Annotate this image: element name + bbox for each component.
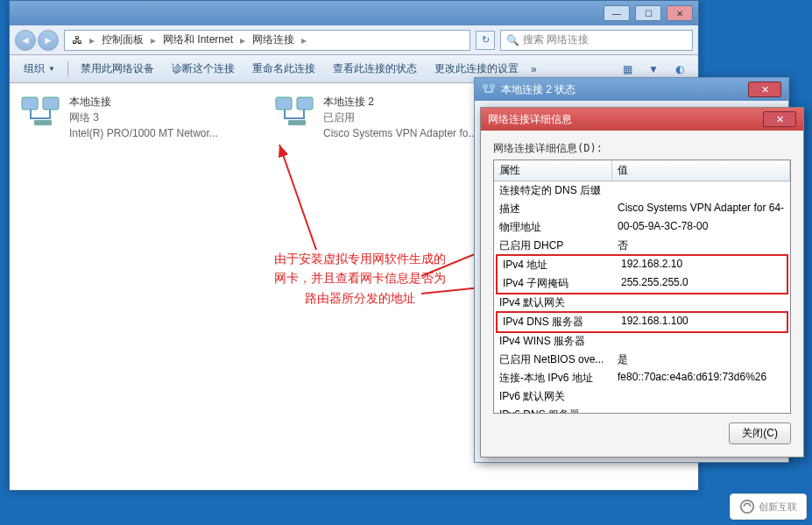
- property-value: 192.168.1.100: [616, 314, 787, 330]
- connection-item[interactable]: 本地连接 网络 3 Intel(R) PRO/1000 MT Networ...: [20, 94, 222, 141]
- diagnose-button[interactable]: 诊断这个连接: [165, 58, 242, 80]
- svg-rect-9: [483, 84, 488, 89]
- nav-forward-button[interactable]: ►: [38, 30, 59, 51]
- property-row[interactable]: IPv6 默认网关: [494, 387, 790, 406]
- property-key: 物理地址: [494, 219, 612, 236]
- property-key: 连接-本地 IPv6 地址: [494, 370, 612, 387]
- property-value: [612, 333, 790, 350]
- property-key: IPv4 地址: [498, 257, 616, 273]
- connection-details-dialog: 网络连接详细信息 ✕ 网络连接详细信息(D): 属性 值 连接特定的 DNS 后…: [480, 107, 804, 458]
- breadcrumb-item[interactable]: 网络连接: [249, 32, 298, 47]
- property-row[interactable]: 描述Cisco Systems VPN Adapter for 64-: [494, 200, 790, 218]
- svg-rect-1: [43, 97, 59, 110]
- search-icon: 🔍: [506, 34, 519, 46]
- rename-button[interactable]: 重命名此连接: [245, 58, 322, 80]
- property-row[interactable]: 已启用 DHCP否: [494, 237, 790, 255]
- property-value: 否: [612, 238, 790, 254]
- close-button[interactable]: 关闭(C): [729, 422, 791, 444]
- property-value: [612, 182, 790, 199]
- view-status-button[interactable]: 查看此连接的状态: [326, 58, 424, 80]
- disable-device-button[interactable]: 禁用此网络设备: [74, 58, 161, 80]
- property-key: IPv6 默认网关: [494, 388, 612, 405]
- property-key: 连接特定的 DNS 后缀: [494, 182, 612, 199]
- watermark-logo-icon: [739, 499, 755, 514]
- nav-back-button[interactable]: ◄: [15, 30, 36, 51]
- breadcrumb-item[interactable]: 网络和 Internet: [159, 32, 237, 47]
- view-icon[interactable]: ▦: [616, 60, 639, 79]
- breadcrumb[interactable]: 🖧 ▸ 控制面板 ▸ 网络和 Internet ▸ 网络连接 ▸: [64, 30, 470, 51]
- connection-adapter: Cisco Systems VPN Adapter fo...: [323, 125, 477, 141]
- property-value: [612, 388, 790, 405]
- property-key: IPv4 子网掩码: [498, 275, 616, 292]
- annotation-arrows: [264, 118, 491, 364]
- dialog-title: 网络连接详细信息: [488, 112, 572, 127]
- property-value: [612, 294, 790, 311]
- svg-rect-5: [288, 120, 306, 125]
- watermark-text: 创新互联: [759, 500, 797, 514]
- property-row[interactable]: IPv4 DNS 服务器192.168.1.100: [498, 313, 787, 331]
- property-row[interactable]: IPv6 DNS 服务器: [494, 406, 790, 414]
- property-key: 已启用 DHCP: [494, 238, 612, 254]
- property-row[interactable]: IPv4 WINS 服务器: [494, 332, 790, 351]
- property-row[interactable]: IPv4 子网掩码255.255.255.0: [498, 274, 787, 293]
- dialog-title: 本地连接 2 状态: [501, 82, 575, 97]
- property-row[interactable]: 连接特定的 DNS 后缀: [494, 181, 790, 200]
- dialog-close-button[interactable]: ✕: [748, 82, 781, 97]
- property-key: IPv4 默认网关: [494, 294, 612, 311]
- address-row: ◄ ► 🖧 ▸ 控制面板 ▸ 网络和 Internet ▸ 网络连接 ▸ ↻ 🔍…: [10, 25, 698, 55]
- maximize-button[interactable]: ☐: [635, 5, 661, 21]
- connection-title: 本地连接 2: [323, 94, 477, 110]
- highlighted-group: IPv4 DNS 服务器192.168.1.100: [496, 311, 788, 333]
- details-label: 网络连接详细信息(D):: [493, 141, 791, 156]
- connection-title: 本地连接: [69, 94, 218, 110]
- network-adapter-icon: [20, 94, 62, 129]
- property-row[interactable]: IPv4 地址192.168.2.10: [498, 256, 787, 274]
- col-property: 属性: [494, 160, 612, 181]
- svg-line-6: [279, 145, 316, 250]
- property-list[interactable]: 属性 值 连接特定的 DNS 后缀描述Cisco Systems VPN Ada…: [493, 160, 791, 414]
- refresh-button[interactable]: ↻: [476, 31, 495, 50]
- property-row[interactable]: 物理地址00-05-9A-3C-78-00: [494, 218, 790, 237]
- property-value: Cisco Systems VPN Adapter for 64-: [612, 201, 790, 217]
- property-row[interactable]: IPv4 默认网关: [494, 294, 790, 312]
- property-value: 是: [612, 351, 790, 368]
- property-key: IPv4 WINS 服务器: [494, 333, 612, 350]
- property-key: 描述: [494, 201, 612, 217]
- highlighted-group: IPv4 地址192.168.2.10IPv4 子网掩码255.255.255.…: [496, 254, 788, 294]
- view-dropdown-icon[interactable]: ▼: [642, 60, 665, 79]
- search-input[interactable]: 🔍 搜索 网络连接: [500, 30, 693, 51]
- search-placeholder: 搜索 网络连接: [523, 32, 589, 47]
- property-value: 255.255.255.0: [616, 275, 787, 292]
- network-adapter-icon: [274, 94, 316, 129]
- connection-item-selected[interactable]: 本地连接 2 已启用 Cisco Systems VPN Adapter fo.…: [274, 94, 476, 141]
- property-row[interactable]: 已启用 NetBIOS ove...是: [494, 351, 790, 369]
- dialog-titlebar: 本地连接 2 状态 ✕: [475, 78, 788, 101]
- svg-point-11: [741, 500, 753, 513]
- minimize-button[interactable]: —: [604, 5, 630, 21]
- help-icon[interactable]: ◐: [668, 60, 691, 79]
- watermark: 创新互联: [730, 493, 807, 520]
- svg-rect-3: [276, 97, 292, 110]
- close-button[interactable]: ✕: [667, 5, 693, 21]
- organize-menu[interactable]: 组织 ▼: [17, 58, 62, 80]
- svg-rect-4: [297, 97, 313, 110]
- connection-network: 网络 3: [69, 110, 218, 125]
- property-key: IPv6 DNS 服务器: [494, 407, 612, 414]
- breadcrumb-icon: 🖧: [68, 34, 86, 46]
- network-icon: [482, 82, 496, 96]
- svg-rect-10: [490, 84, 495, 89]
- annotation-text: 由于安装虚拟专用网软件生成的网卡，并且查看网卡信息是否为路由器所分发的地址: [272, 250, 448, 309]
- property-value: 00-05-9A-3C-78-00: [612, 219, 790, 236]
- more-button[interactable]: »: [529, 60, 539, 79]
- property-value: [612, 407, 790, 414]
- property-value: fe80::70ac:e4a6:d619:73d6%26: [612, 370, 790, 387]
- property-header: 属性 值: [494, 160, 790, 181]
- property-key: 已启用 NetBIOS ove...: [494, 351, 612, 368]
- breadcrumb-item[interactable]: 控制面板: [98, 32, 147, 47]
- col-value: 值: [612, 160, 790, 181]
- property-key: IPv4 DNS 服务器: [498, 314, 616, 330]
- property-row[interactable]: 连接-本地 IPv6 地址fe80::70ac:e4a6:d619:73d6%2…: [494, 369, 790, 387]
- connection-status: 已启用: [323, 110, 477, 125]
- dialog-close-button[interactable]: ✕: [763, 111, 796, 127]
- dialog-titlebar: 网络连接详细信息 ✕: [481, 108, 803, 131]
